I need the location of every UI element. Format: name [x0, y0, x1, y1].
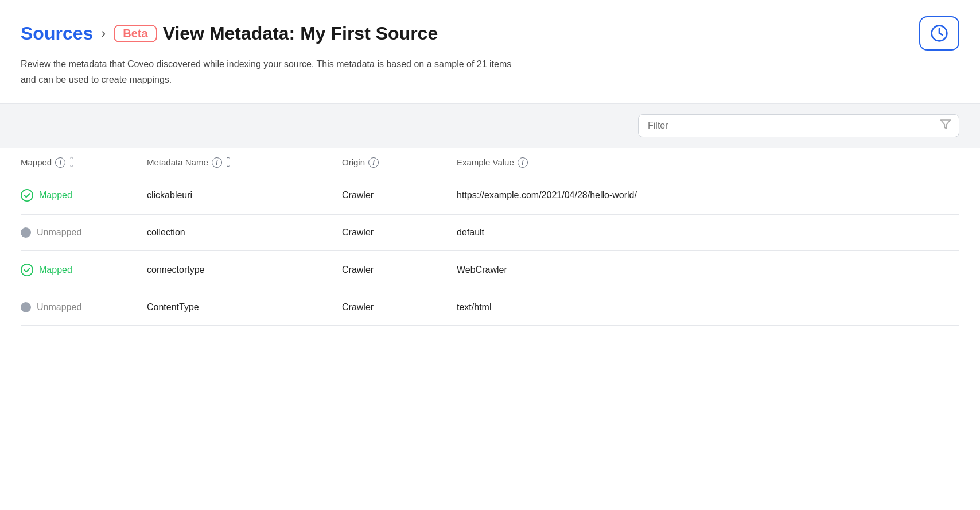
metadata-name-cell: collection: [147, 227, 342, 238]
filter-input-wrap: [638, 114, 959, 137]
unmapped-icon: [21, 302, 31, 312]
svg-point-3: [21, 264, 33, 276]
table-row: Mapped connectortype Crawler WebCrawler: [21, 251, 959, 289]
status-cell: Mapped: [21, 189, 147, 202]
mapped-icon: [21, 264, 33, 276]
status-cell: Unmapped: [21, 227, 147, 238]
col-example-value: Example Value i: [457, 156, 959, 169]
origin-cell: Crawler: [342, 302, 457, 312]
metadata-name-info-icon[interactable]: i: [212, 157, 222, 168]
page-title: View Metadata: My First Source: [163, 23, 438, 44]
example-value-cell: default: [457, 227, 959, 238]
status-cell: Unmapped: [21, 302, 147, 312]
metadata-name-cell: connectortype: [147, 265, 342, 275]
col-origin: Origin i: [342, 156, 457, 169]
table-row: Unmapped ContentType Crawler text/html: [21, 289, 959, 326]
col-metadata-name: Metadata Name i ⌃⌄: [147, 156, 342, 169]
unmapped-icon: [21, 227, 31, 238]
metadata-table: Mapped i ⌃⌄ Metadata Name i ⌃⌄ Origin i …: [21, 148, 959, 326]
svg-point-2: [21, 190, 33, 201]
status-cell: Mapped: [21, 264, 147, 276]
origin-cell: Crawler: [342, 265, 457, 275]
metadata-name-cell: clickableuri: [147, 190, 342, 200]
example-value-cell: WebCrawler: [457, 265, 959, 275]
table-row: Mapped clickableuri Crawler https://exam…: [21, 176, 959, 215]
breadcrumb-chevron: ›: [101, 25, 106, 41]
example-value-cell: https://example.com/2021/04/28/hello-wor…: [457, 190, 959, 200]
clock-button[interactable]: [919, 16, 959, 51]
clock-icon: [930, 24, 948, 42]
description: Review the metadata that Coveo discovere…: [21, 56, 537, 87]
table-row: Unmapped collection Crawler default: [21, 215, 959, 251]
mapped-info-icon[interactable]: i: [55, 157, 65, 168]
origin-info-icon[interactable]: i: [368, 157, 379, 168]
example-value-info-icon[interactable]: i: [518, 157, 528, 168]
filter-input[interactable]: [638, 114, 959, 137]
col-mapped: Mapped i ⌃⌄: [21, 156, 147, 169]
origin-cell: Crawler: [342, 227, 457, 238]
filter-bar: [0, 104, 980, 148]
origin-cell: Crawler: [342, 190, 457, 200]
mapped-icon: [21, 189, 33, 202]
metadata-name-cell: ContentType: [147, 302, 342, 312]
mapped-sort-icon[interactable]: ⌃⌄: [69, 156, 74, 169]
sources-link[interactable]: Sources: [21, 23, 93, 44]
example-value-cell: text/html: [457, 302, 959, 312]
table-header: Mapped i ⌃⌄ Metadata Name i ⌃⌄ Origin i …: [21, 148, 959, 176]
metadata-name-sort-icon[interactable]: ⌃⌄: [225, 156, 231, 169]
beta-badge: Beta: [114, 25, 157, 42]
